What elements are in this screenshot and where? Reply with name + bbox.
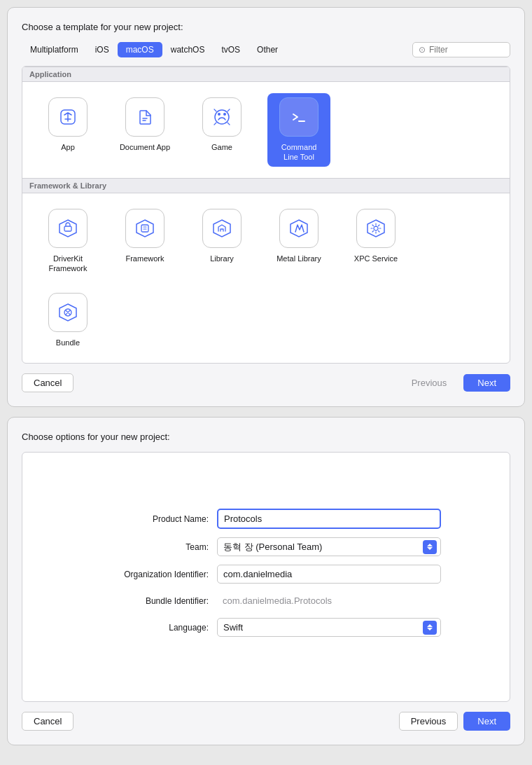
bundle-id-row: Bundle Identifier: com.danielmedia.Proto…	[91, 592, 441, 609]
panel2-footer: Cancel Previous Next	[22, 712, 510, 731]
metal-library-label: Metal Library	[276, 254, 321, 263]
template-item-game[interactable]: Game	[190, 93, 253, 167]
app-label: App	[61, 142, 75, 152]
panel2-previous-button[interactable]: Previous	[399, 712, 458, 731]
driverkit-icon	[48, 209, 88, 248]
options-panel: Choose options for your new project: Pro…	[7, 417, 525, 745]
panel1-cancel-button[interactable]: Cancel	[22, 373, 74, 392]
tab-watchos[interactable]: watchOS	[162, 42, 214, 57]
language-row: Language: Swift	[91, 618, 441, 637]
panel2-title: Choose options for your new project:	[22, 432, 510, 442]
language-label: Language:	[91, 623, 217, 633]
template-item-xpc-service[interactable]: XPC Service	[344, 205, 407, 278]
tab-other[interactable]: Other	[248, 42, 286, 57]
template-content: Application App	[22, 66, 510, 364]
panel1-previous-button: Previous	[400, 374, 458, 392]
bundle-grid: Bundle	[22, 289, 510, 363]
section-framework: Framework & Library	[22, 178, 510, 193]
panel2-cancel-button[interactable]: Cancel	[22, 712, 74, 731]
tab-macos[interactable]: macOS	[118, 42, 162, 57]
team-select-wrap: 동혁 장 (Personal Team)	[217, 537, 441, 556]
filter-input[interactable]	[429, 45, 504, 55]
form-table: Product Name: Team: 동혁 장 (Personal Team)…	[91, 509, 441, 645]
svg-point-3	[223, 113, 226, 116]
template-item-app[interactable]: App	[36, 93, 99, 167]
panel1-nav: Previous Next	[400, 374, 510, 392]
tab-multiplatform[interactable]: Multiplatform	[22, 42, 87, 57]
org-id-input[interactable]	[217, 565, 441, 584]
svg-marker-8	[214, 220, 230, 237]
panel1-footer: Cancel Previous Next	[22, 373, 510, 392]
command-line-tool-icon	[279, 97, 318, 137]
svg-rect-7	[141, 225, 148, 232]
tab-bar: Multiplatform iOS macOS watchOS tvOS Oth…	[22, 42, 510, 57]
template-item-metal-library[interactable]: Metal Library	[267, 205, 330, 278]
panel1-next-button[interactable]: Next	[463, 374, 510, 392]
team-label: Team:	[91, 542, 217, 552]
form-area: Product Name: Team: 동혁 장 (Personal Team)…	[22, 452, 510, 702]
xpc-service-icon	[356, 209, 396, 248]
bundle-id-label: Bundle Identifier:	[91, 596, 217, 606]
language-select-wrap: Swift	[217, 618, 441, 637]
game-icon	[202, 97, 241, 137]
command-line-tool-label: CommandLine Tool	[281, 142, 317, 163]
team-row: Team: 동혁 장 (Personal Team)	[91, 537, 441, 556]
document-app-label: Document App	[120, 142, 170, 152]
panel2-next-button[interactable]: Next	[463, 712, 510, 731]
framework-grid: DriverKit Framework Framework	[22, 193, 510, 289]
tab-ios[interactable]: iOS	[87, 42, 118, 57]
product-name-input[interactable]	[217, 509, 441, 529]
panel2-nav: Previous Next	[399, 712, 510, 731]
bundle-icon	[48, 293, 88, 332]
svg-point-1	[215, 110, 229, 124]
xpc-service-label: XPC Service	[354, 254, 398, 263]
svg-point-2	[218, 113, 220, 116]
org-id-row: Organization Identifier:	[91, 565, 441, 584]
framework-label: Framework	[125, 254, 164, 263]
template-item-driverkit[interactable]: DriverKit Framework	[36, 205, 99, 278]
application-grid: App Document App	[22, 82, 510, 178]
template-item-document-app[interactable]: Document App	[113, 93, 176, 167]
driverkit-label: DriverKit Framework	[41, 254, 95, 274]
template-item-command-line-tool[interactable]: CommandLine Tool	[267, 93, 330, 167]
filter-icon: ⊙	[419, 45, 426, 55]
svg-marker-10	[368, 220, 384, 237]
metal-library-icon	[279, 209, 318, 248]
filter-box: ⊙	[412, 42, 510, 57]
app-icon	[48, 97, 88, 137]
panel1-title: Choose a template for your new project:	[22, 22, 510, 32]
game-label: Game	[211, 142, 232, 152]
language-select[interactable]: Swift	[217, 618, 441, 637]
template-item-framework[interactable]: Framework	[113, 205, 176, 278]
section-application: Application	[22, 67, 510, 82]
svg-marker-6	[136, 220, 153, 237]
tab-tvos[interactable]: tvOS	[213, 42, 248, 57]
library-icon	[202, 209, 241, 248]
bundle-label: Bundle	[56, 338, 80, 347]
framework-icon	[125, 209, 164, 248]
product-name-label: Product Name:	[91, 514, 217, 524]
template-item-library[interactable]: Library	[190, 205, 253, 278]
product-name-row: Product Name:	[91, 509, 441, 529]
team-select[interactable]: 동혁 장 (Personal Team)	[217, 537, 441, 556]
svg-point-11	[374, 226, 378, 230]
template-item-bundle[interactable]: Bundle	[36, 289, 99, 352]
template-chooser-panel: Choose a template for your new project: …	[7, 7, 525, 407]
org-id-label: Organization Identifier:	[91, 570, 217, 579]
library-label: Library	[210, 254, 234, 263]
bundle-id-value: com.danielmedia.Protocols	[217, 592, 441, 609]
document-app-icon	[125, 97, 164, 137]
svg-rect-5	[64, 226, 71, 231]
